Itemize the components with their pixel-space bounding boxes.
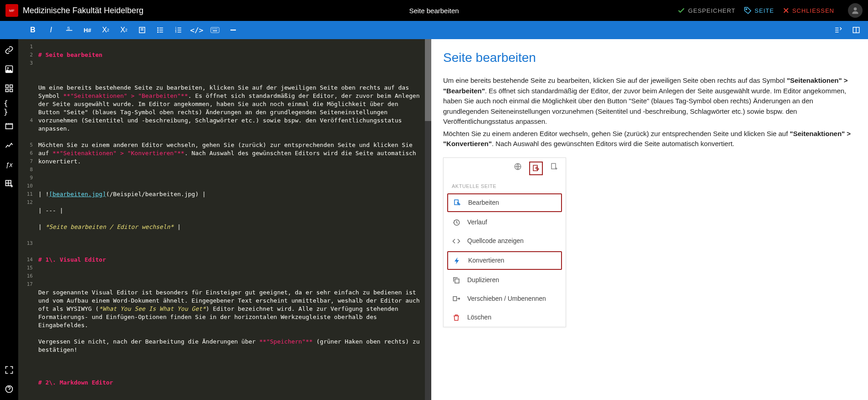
chart-icon[interactable] bbox=[4, 140, 15, 151]
preview-paragraph: Um eine bereits bestehende Seite zu bear… bbox=[443, 76, 856, 127]
page-title: Seite bearbeiten bbox=[409, 7, 459, 15]
editor-scrollbar[interactable] bbox=[425, 39, 431, 400]
preview-heading: Seite bearbeiten bbox=[443, 48, 856, 67]
flash-icon bbox=[453, 256, 462, 265]
svg-rect-26 bbox=[10, 85, 13, 88]
markdown-editor[interactable]: 123 4 567891011 12 13141516 17 # Seite b… bbox=[18, 39, 431, 400]
close-button[interactable]: SCHLIESSEN bbox=[782, 7, 834, 14]
svg-rect-31 bbox=[8, 123, 9, 125]
help-icon[interactable] bbox=[4, 384, 15, 395]
user-avatar[interactable] bbox=[848, 3, 863, 18]
film-icon[interactable] bbox=[4, 121, 15, 132]
svg-rect-29 bbox=[6, 124, 13, 129]
italic-button[interactable]: I bbox=[43, 22, 59, 38]
ol-button[interactable]: 123 bbox=[170, 22, 187, 38]
format-help-button[interactable] bbox=[830, 22, 846, 38]
check-icon bbox=[677, 6, 685, 15]
page-actions-menu-image: AKTUELLE SEITE Bearbeiten Verlauf Quellc… bbox=[443, 157, 566, 328]
ul-button[interactable] bbox=[152, 22, 168, 38]
svg-rect-17 bbox=[212, 29, 213, 30]
svg-rect-32 bbox=[10, 123, 11, 125]
superscript-button[interactable]: X2 bbox=[116, 22, 132, 38]
keyboard-button[interactable] bbox=[207, 22, 223, 38]
svg-rect-41 bbox=[455, 279, 459, 283]
copy-icon bbox=[452, 276, 461, 285]
svg-text:S: S bbox=[67, 26, 70, 30]
menu-item-duplizieren: Duplizieren bbox=[444, 271, 566, 289]
image-icon[interactable] bbox=[4, 64, 15, 75]
globe-icon bbox=[513, 162, 523, 172]
svg-rect-13 bbox=[178, 30, 181, 30]
site-logo[interactable]: MF bbox=[5, 4, 18, 17]
svg-rect-15 bbox=[178, 32, 181, 33]
code-button[interactable]: </> bbox=[189, 22, 205, 38]
svg-rect-5 bbox=[159, 28, 163, 29]
subscript-button[interactable]: X2 bbox=[97, 22, 114, 38]
blockquote-button[interactable] bbox=[134, 22, 150, 38]
bold-button[interactable]: B bbox=[25, 22, 41, 38]
move-icon bbox=[452, 294, 461, 304]
page-actions-icon bbox=[529, 162, 543, 175]
svg-rect-11 bbox=[178, 28, 181, 29]
svg-point-6 bbox=[157, 30, 158, 31]
svg-rect-9 bbox=[159, 32, 163, 33]
svg-rect-19 bbox=[215, 29, 216, 30]
fullscreen-icon[interactable] bbox=[4, 365, 15, 375]
line-gutter: 123 4 567891011 12 13141516 17 bbox=[18, 39, 36, 400]
tag-icon bbox=[744, 6, 752, 15]
new-page-icon bbox=[549, 162, 559, 172]
source-icon bbox=[452, 237, 461, 246]
svg-rect-7 bbox=[159, 30, 163, 30]
svg-rect-27 bbox=[6, 89, 9, 92]
svg-point-1 bbox=[854, 7, 857, 10]
code-content[interactable]: # Seite bearbeiten Um eine bereits beste… bbox=[36, 39, 425, 400]
svg-rect-16 bbox=[211, 27, 219, 33]
trash-icon bbox=[452, 313, 461, 322]
menu-item-konvertieren: Konvertieren bbox=[447, 251, 562, 270]
link-icon[interactable] bbox=[4, 45, 15, 56]
split-view-button[interactable] bbox=[848, 22, 864, 38]
svg-point-8 bbox=[157, 31, 158, 33]
heading-button[interactable]: H# bbox=[79, 22, 96, 38]
app-header: MF Medizinische Fakultät Heidelberg Seit… bbox=[0, 0, 868, 21]
history-icon bbox=[452, 218, 461, 227]
hr-button[interactable] bbox=[225, 22, 241, 38]
table-plus-icon[interactable] bbox=[4, 178, 15, 189]
scrollbar-thumb[interactable] bbox=[425, 39, 431, 121]
svg-rect-42 bbox=[453, 296, 457, 300]
menu-item-loeschen: Löschen bbox=[444, 308, 566, 327]
svg-rect-25 bbox=[6, 85, 9, 88]
svg-point-0 bbox=[746, 9, 747, 10]
preview-pane: Seite bearbeiten Um eine bereits bestehe… bbox=[431, 39, 868, 400]
svg-rect-28 bbox=[10, 89, 13, 92]
close-icon bbox=[782, 7, 790, 14]
insert-sidebar: { } ƒx bbox=[0, 39, 18, 400]
preview-paragraph: Möchten Sie zu einem anderen Editor wech… bbox=[443, 129, 856, 149]
fx-icon[interactable]: ƒx bbox=[4, 159, 15, 170]
menu-section-label: AKTUELLE SEITE bbox=[444, 178, 566, 193]
svg-point-4 bbox=[157, 27, 158, 29]
svg-rect-33 bbox=[11, 123, 13, 125]
site-title: Medizinische Fakultät Heidelberg bbox=[23, 6, 143, 15]
svg-rect-18 bbox=[214, 29, 214, 30]
menu-item-verschieben: Verschieben / Umbenennen bbox=[444, 289, 566, 308]
svg-text:3: 3 bbox=[175, 30, 177, 33]
menu-item-bearbeiten: Bearbeiten bbox=[447, 193, 562, 212]
editor-toolbar: B I S H# X2 X2 123 </> bbox=[0, 21, 868, 39]
svg-rect-21 bbox=[213, 30, 217, 31]
svg-rect-20 bbox=[216, 29, 217, 30]
braces-icon[interactable]: { } bbox=[4, 102, 15, 113]
svg-point-24 bbox=[7, 67, 9, 69]
edit-icon bbox=[453, 198, 462, 208]
grid-icon[interactable] bbox=[4, 83, 15, 94]
strikethrough-button[interactable]: S bbox=[61, 22, 77, 38]
svg-rect-30 bbox=[6, 123, 7, 125]
page-properties-button[interactable]: SEITE bbox=[744, 6, 774, 15]
saved-status: GESPEICHERT bbox=[677, 6, 735, 15]
svg-rect-38 bbox=[551, 163, 556, 169]
menu-item-verlauf: Verlauf bbox=[444, 213, 566, 232]
menu-item-quellcode: Quellcode anzeigen bbox=[444, 232, 566, 250]
